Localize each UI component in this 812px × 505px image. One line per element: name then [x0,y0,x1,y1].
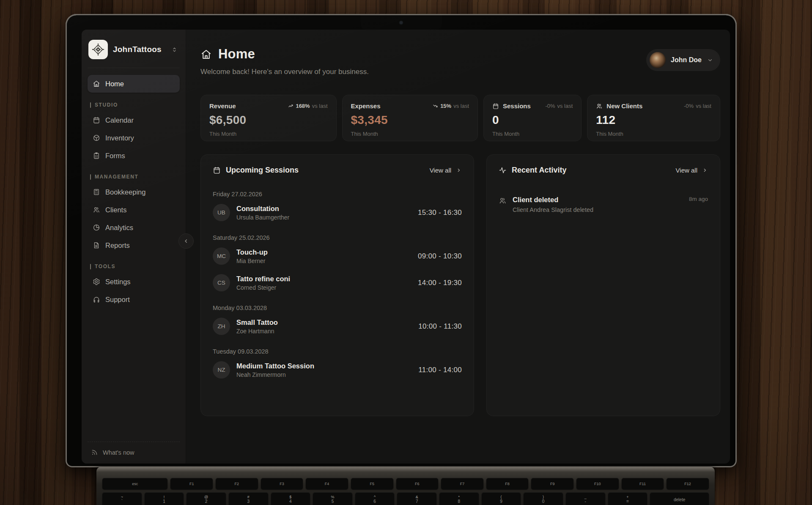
key-3: #3 [229,492,268,505]
main-content: Home Welcome back! Here's an overview of… [186,30,730,464]
avatar [650,52,666,68]
key-f6: F6 [396,478,439,489]
stat-value: $6,500 [209,113,328,127]
sidebar-item-bookkeeping[interactable]: Bookkeeping [88,183,180,201]
app-window: JohnTattoos Home STUDIO Calendar [82,30,730,464]
session-title: Consultation [236,205,289,213]
sidebar-item-support[interactable]: Support [88,291,180,308]
sidebar-item-forms[interactable]: Forms [88,147,180,165]
chevron-right-icon [702,167,708,173]
view-all-sessions-link[interactable]: View all [430,167,462,174]
brand-logo-icon [88,40,108,59]
key-f10: F10 [576,478,619,489]
chevron-right-icon [455,167,462,173]
key-5: %5 [313,492,352,505]
key-f3: F3 [261,478,303,489]
key-delete: delete [650,492,709,505]
session-client: Ursula Baumgerther [236,214,289,221]
session-time: 09:00 - 10:30 [418,252,462,261]
stat-period: This Month [351,131,469,137]
trend-up-icon [288,103,294,109]
section-bar [90,174,91,180]
view-all-label: View all [430,167,451,174]
panel-title: Recent Activity [512,166,566,175]
key-6: ^6 [355,492,395,505]
recent-activity-panel: Recent Activity View all Client deleted … [486,154,720,416]
sidebar-item-reports[interactable]: Reports [88,236,180,254]
desk-background: JohnTattoos Home STUDIO Calendar [0,0,812,505]
session-row[interactable]: MC Touch-up Mia Berner 09:00 - 10:30 [213,243,462,269]
users-icon [499,197,507,205]
stat-trend-badge: -0% vs last [684,103,711,109]
calendar-icon [93,116,100,124]
home-icon [93,80,100,88]
section-bar [90,102,91,108]
session-date-label: Friday 27.02.2026 [213,191,462,198]
key-2: @2 [187,492,226,505]
session-row[interactable]: UB Consultation Ursula Baumgerther 15:30… [213,199,462,226]
session-title: Tatto refine coni [236,275,290,283]
session-date-label: Monday 03.03.2028 [213,305,462,311]
session-avatar: MC [213,247,230,265]
stat-trend-badge: 15% vs last [433,103,469,109]
sidebar-item-label: Home [105,80,124,88]
stat-card-revenue: Revenue 168% vs last $6,500 This Month [200,95,337,141]
whats-now-link[interactable]: What's now [88,442,180,457]
key-f4: F4 [306,478,348,489]
page-header: Home Welcome back! Here's an overview of… [200,30,720,76]
sidebar-item-label: Support [105,296,130,304]
reports-icon [93,242,100,249]
stat-value: 0 [492,113,573,127]
page-subtitle: Welcome back! Here's an overview of your… [200,68,369,76]
analytics-icon [93,224,100,231]
workspace-switcher[interactable]: JohnTattoos [88,39,180,68]
rss-icon [91,449,98,456]
key-equals: += [608,492,647,505]
key-7: &7 [397,492,436,505]
stat-card-new-clients: New Clients -0% vs last 112 This Month [587,95,720,141]
key-f9: F9 [531,478,573,489]
session-avatar: CS [213,274,230,291]
sidebar-collapse-button[interactable] [178,233,194,249]
key-minus: _- [566,492,605,505]
sidebar-item-clients[interactable]: Clients [88,201,180,219]
session-time: 15:30 - 16:30 [418,209,462,217]
key-f2: F2 [216,478,258,489]
user-name: John Doe [671,56,702,64]
user-menu[interactable]: John Doe [646,49,720,71]
session-row[interactable]: ZH Small Tattoo Zoe Hartmann 10:00 - 11:… [213,313,462,340]
settings-icon [93,278,100,285]
sidebar-item-inventory[interactable]: Inventory [88,129,180,147]
sidebar-item-settings[interactable]: Settings [88,273,180,291]
stat-value: 112 [596,113,711,127]
sidebar-item-analytics[interactable]: Analytics [88,219,180,236]
stat-trend-suffix: vs last [557,103,573,109]
sidebar-item-calendar[interactable]: Calendar [88,111,180,129]
session-row[interactable]: NZ Medium Tattoo Session Neah Zimmermorn… [213,357,462,383]
section-label-text: MANAGEMENT [95,174,138,180]
stat-trend-suffix: vs last [696,103,711,109]
page-title: Home [218,47,255,62]
function-key-row: esc F1 F2 F3 F4 F5 F6 F7 F8 F9 F10 F11 F… [102,478,709,489]
stat-period: This Month [596,131,711,137]
users-icon [596,103,603,110]
calendar-icon [492,103,499,110]
session-client: Mia Berner [236,258,268,264]
sidebar-item-label: Settings [105,278,131,286]
session-date-label: Saturday 25.02.2026 [213,234,462,241]
session-time: 10:00 - 11:30 [418,322,462,331]
session-client: Zoe Hartmann [236,328,278,335]
sessions-list: Friday 27.02.2026 UB Consultation Ursula… [213,191,462,383]
session-time: 14:00 - 19:30 [418,279,462,287]
stat-period: This Month [209,131,328,137]
camera-dot [400,21,403,24]
section-label-management: MANAGEMENT [90,174,177,180]
stat-card-expenses: Expenses 15% vs last $3,345 This Month [342,95,478,141]
section-label-studio: STUDIO [90,102,177,108]
whats-now-label: What's now [103,449,134,456]
stat-trend-suffix: vs last [312,103,328,109]
sidebar-item-home[interactable]: Home [88,75,180,93]
session-title: Medium Tattoo Session [236,362,314,370]
view-all-activity-link[interactable]: View all [676,167,708,174]
session-row[interactable]: CS Tatto refine coni Corned Steiger 14:0… [213,269,462,296]
